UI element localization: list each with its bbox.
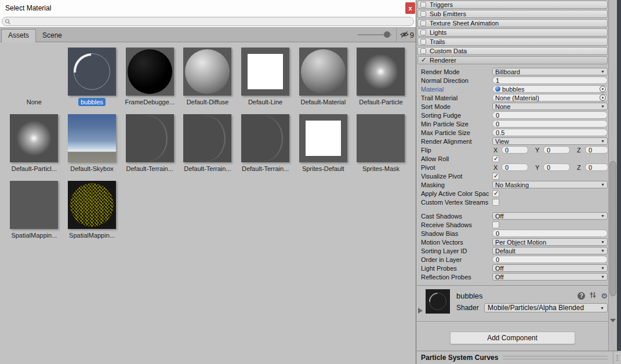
module-header-sub-emitters[interactable]: Sub Emitters [417,10,608,18]
close-button[interactable]: x [405,2,415,14]
material-thumbnail[interactable] [299,48,347,96]
module-header-lights[interactable]: Lights [417,28,608,37]
checkbox[interactable]: ✓ [492,173,499,180]
pivot-z-field[interactable]: 0 [585,163,608,171]
material-thumbnail[interactable] [68,114,116,162]
material-thumbnail[interactable] [126,48,174,96]
material-label[interactable]: Default-Material [298,98,348,106]
object-picker-icon[interactable] [600,94,606,101]
module-header-triggers[interactable]: Triggers [417,1,608,9]
normal-direction-field[interactable]: 1 [492,77,608,84]
material-cell-none[interactable]: None [5,48,63,106]
sorting-layer-id-dropdown[interactable]: Default▼ [492,247,608,254]
material-cell-bubbles[interactable]: bubbles [63,48,121,106]
checkbox[interactable] [492,221,499,228]
masking-dropdown[interactable]: No Masking▼ [492,181,608,188]
checkbox[interactable]: ✓ [492,190,499,197]
add-component-button[interactable]: Add Component [450,332,575,344]
material-cell-framedebugge[interactable]: FrameDebugge... [121,48,179,106]
sorting-fudge-field[interactable]: 0 [492,111,608,119]
module-checkbox[interactable] [420,2,426,8]
slider-knob[interactable] [384,31,390,38]
material-thumbnail[interactable] [357,114,405,162]
max-particle-size-field[interactable]: 0.5 [492,129,608,136]
order-in-layer-field[interactable]: 0 [492,256,608,263]
motion-vectors-dropdown[interactable]: Per Object Motion▼ [492,238,608,246]
material-cell-default-terrain[interactable]: Default-Terrain... [179,114,237,173]
material-label[interactable]: Default-Terrain... [124,165,176,173]
trail-material-object-field[interactable]: None (Material) [492,94,608,101]
material-label[interactable]: Sprites-Default [300,165,347,173]
material-thumbnail[interactable] [10,114,58,162]
material-label[interactable]: Default-Diffuse [184,98,231,106]
material-label[interactable]: FrameDebugge... [122,98,177,106]
thumbnail-size-slider[interactable] [358,31,391,39]
checkbox[interactable]: ✓ [492,155,499,162]
module-checkbox[interactable] [420,48,426,54]
material-cell-default-terrain[interactable]: Default-Terrain... [237,114,295,173]
material-cell-default-line[interactable]: Default-Line [237,48,295,106]
checkbox[interactable] [492,199,499,206]
flip-z-field[interactable]: 0 [585,146,608,154]
material-label[interactable]: None [24,98,44,106]
drag-handle[interactable] [503,356,608,359]
search-input[interactable] [2,17,414,26]
material-preview-thumbnail[interactable] [426,289,450,314]
material-thumbnail[interactable] [10,181,58,229]
material-cell-sprites-default[interactable]: Sprites-Default [294,114,352,173]
material-label[interactable]: Default-Skybox [68,165,116,173]
material-label[interactable]: SpatialMappin... [9,231,59,239]
material-thumbnail[interactable] [241,48,289,96]
render-mode-dropdown[interactable]: Billboard▼ [492,68,608,75]
tab-scene[interactable]: Scene [36,30,68,42]
module-header-custom-data[interactable]: Custom Data [417,47,608,55]
pivot-x-field[interactable]: 0 [502,163,528,171]
foldout-icon[interactable] [418,308,423,314]
material-thumbnail[interactable] [241,114,289,162]
pivot-y-field[interactable]: 0 [543,163,570,171]
material-label[interactable]: Default-Particle [357,98,405,106]
inspector-scrollbar[interactable] [608,0,617,351]
module-checkbox[interactable] [420,39,426,45]
tab-assets[interactable]: Assets [1,29,36,42]
material-label[interactable]: bubbles [78,98,106,106]
material-cell-default-diffuse[interactable]: Default-Diffuse [179,48,237,106]
material-thumbnail[interactable] [183,114,231,162]
material-label[interactable]: Default-Terrain... [181,165,233,173]
panel-menu-icon[interactable]: ⋮ [613,351,621,364]
material-cell-default-skybox[interactable]: Default-Skybox [63,114,121,173]
flip-x-field[interactable]: 0 [502,146,528,154]
preset-icon[interactable] [589,292,597,300]
flip-y-field[interactable]: 0 [543,146,570,154]
min-particle-size-field[interactable]: 0 [492,120,608,128]
material-object-field[interactable]: bubbles [492,85,608,93]
module-header-trails[interactable]: Trails [417,38,608,46]
module-checkbox[interactable] [420,11,426,17]
reflection-probes-dropdown[interactable]: Off▼ [492,273,608,281]
material-thumbnail[interactable] [126,114,174,162]
material-cell-spatialmappin[interactable]: SpatialMappin... [5,181,63,239]
module-header-texture-sheet-animation[interactable]: Texture Sheet Animation [417,19,608,27]
material-thumbnail[interactable] [183,48,231,96]
material-cell-default-particl[interactable]: Default-Particl... [5,114,63,173]
material-cell-default-terrain[interactable]: Default-Terrain... [121,114,179,173]
module-checkbox[interactable] [420,30,426,35]
material-thumbnail[interactable] [68,48,116,96]
sort-mode-dropdown[interactable]: None▼ [492,103,608,110]
property-label[interactable]: Material [419,86,492,93]
module-header-renderer[interactable]: ✓Renderer [417,56,608,64]
light-probes-dropdown[interactable]: Off▼ [492,264,608,272]
material-thumbnail[interactable] [357,48,405,96]
material-cell-sprites-mask[interactable]: Sprites-Mask [352,114,410,173]
cast-shadows-dropdown[interactable]: Off▼ [492,212,608,220]
shader-dropdown[interactable]: Mobile/Particles/Alpha Blended ▼ [484,303,608,312]
material-cell-spatialmappin[interactable]: SpatialMappin... [63,181,121,239]
render-alignment-dropdown[interactable]: View▼ [492,137,608,145]
material-label[interactable]: Default-Terrain... [239,165,291,173]
material-thumbnail[interactable] [299,114,347,162]
module-checkbox[interactable]: ✓ [420,57,426,63]
help-icon[interactable]: ? [578,292,585,300]
shadow-bias-field[interactable]: 0 [492,230,608,237]
material-cell-default-material[interactable]: Default-Material [294,48,352,106]
material-label[interactable]: Default-Particl... [9,165,59,173]
